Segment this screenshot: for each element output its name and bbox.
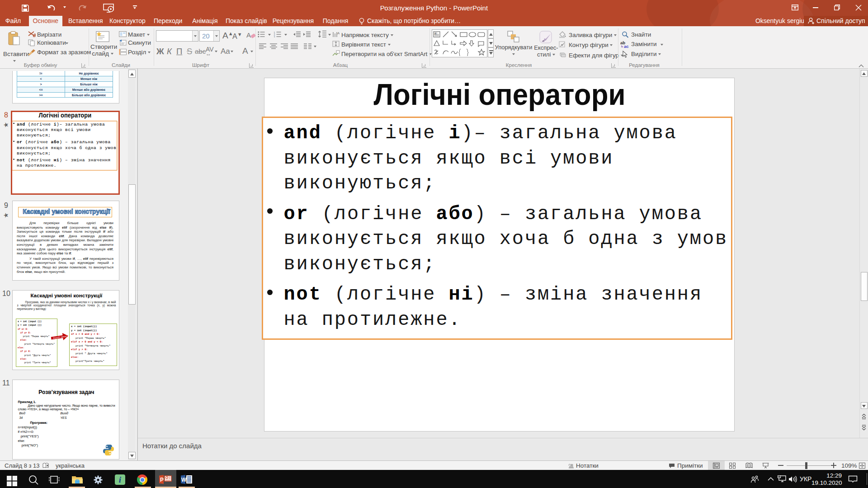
svg-text:ac: ac (624, 44, 629, 48)
svg-text:W: W (181, 477, 187, 483)
svg-text:A: A (246, 32, 251, 39)
svg-text:P: P (160, 477, 164, 483)
svg-text:A: A (434, 32, 437, 35)
svg-text:A: A (337, 31, 340, 35)
svg-text:3: 3 (274, 36, 275, 38)
